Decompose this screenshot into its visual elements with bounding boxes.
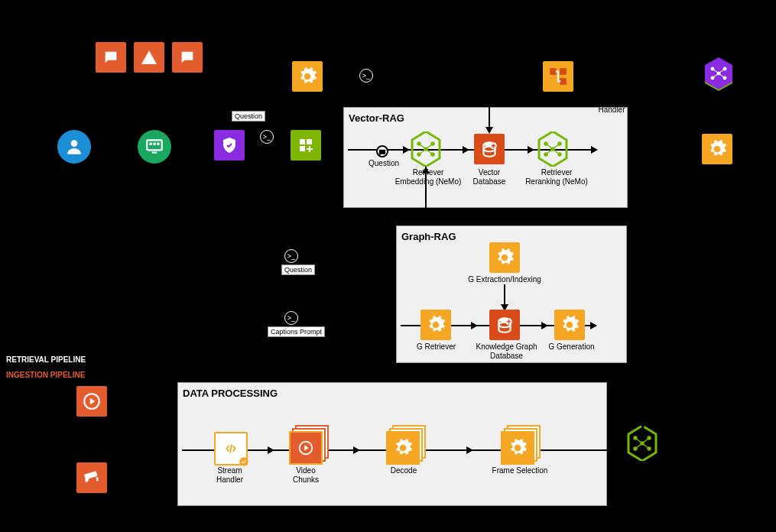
video-chunks-label: Video Chunks <box>283 466 329 485</box>
network-hex-icon <box>703 57 734 92</box>
svg-rect-2 <box>560 79 566 84</box>
prompt-dot-icon: >_ <box>359 69 373 83</box>
question-label: Question <box>365 159 403 168</box>
knowledge-graph-db-label: Knowledge Graph Database <box>470 342 543 361</box>
svg-point-10 <box>71 140 78 147</box>
pipeline-block-icon <box>543 61 573 92</box>
question-node <box>376 145 388 157</box>
g-extraction-node <box>489 242 520 273</box>
play-circle-icon <box>76 386 107 417</box>
vector-rag-title: Vector-RAG <box>344 108 409 128</box>
retriever-embedding-node <box>411 131 441 167</box>
decode-label: Decode <box>381 466 427 475</box>
dense-captions-label: Dense Captions <box>348 214 391 222</box>
stream-handler-label: Stream Handler <box>205 466 255 485</box>
prompt-dot-icon-3: >_ <box>284 249 298 263</box>
frame-selection-label: Frame Selection <box>485 466 554 475</box>
svg-rect-17 <box>300 146 305 151</box>
retrieval-pipeline-label: RETRIEVAL PIPELINE <box>6 355 86 364</box>
g-extraction-label: G Extraction/Indexing <box>463 275 547 284</box>
graph-rag-title: Graph-RAG <box>397 226 461 247</box>
prompt-icon-2 <box>172 42 203 73</box>
person-icon <box>57 130 91 164</box>
svg-point-37 <box>508 321 509 323</box>
svg-rect-15 <box>300 139 305 144</box>
grid-add-icon <box>291 130 321 161</box>
frame-selection-node <box>501 425 534 459</box>
vlm-nim-label: VLM NIM <box>623 463 661 482</box>
svg-rect-13 <box>153 143 155 145</box>
svg-rect-12 <box>150 143 152 145</box>
vlm-nim-node <box>627 426 657 461</box>
vector-database-node <box>474 134 505 164</box>
retriever-reranking-label: Retriever Reranking (NeMo) <box>522 168 591 187</box>
svg-rect-1 <box>560 69 566 74</box>
prompt-icon <box>96 42 126 73</box>
svg-rect-14 <box>157 143 159 145</box>
stream-handler-node <box>214 432 248 466</box>
svg-point-27 <box>492 145 494 147</box>
gear-icon-right <box>702 134 732 164</box>
surveillance-camera-icon <box>76 462 107 493</box>
svg-rect-0 <box>550 69 556 74</box>
question-tag-2: Question <box>281 264 315 275</box>
knowledge-graph-db-node <box>489 310 520 340</box>
monitor-grid-icon <box>138 130 171 164</box>
shield-check-icon <box>214 130 245 161</box>
g-generation-label: G Generation <box>543 342 600 352</box>
video-chunks-node <box>289 425 323 459</box>
data-processing-title: DATA PROCESSING <box>178 383 282 404</box>
prompt-dot-icon-4: >_ <box>284 311 298 325</box>
vector-database-label: Vector Database <box>466 168 512 187</box>
diagram-canvas: >_ >_ Question Vector-RAG Handler Questi… <box>0 0 776 532</box>
prompt-dot-icon-2: >_ <box>260 130 274 144</box>
svg-rect-16 <box>307 139 312 144</box>
warning-icon <box>134 42 164 73</box>
ingestion-pipeline-label: INGESTION PIPELINE <box>6 371 85 379</box>
g-retriever-node <box>420 310 451 340</box>
gear-icon <box>292 61 323 92</box>
g-retriever-label: G Retriever <box>411 342 461 352</box>
decode-node <box>386 425 420 459</box>
captions-prompt-tag: Captions Prompt <box>268 326 325 337</box>
handler-label: Handler <box>589 105 635 115</box>
question-tag-1: Question <box>232 111 265 122</box>
svg-point-38 <box>239 457 248 466</box>
retriever-reranking-node <box>537 131 568 167</box>
g-generation-node <box>554 310 585 340</box>
